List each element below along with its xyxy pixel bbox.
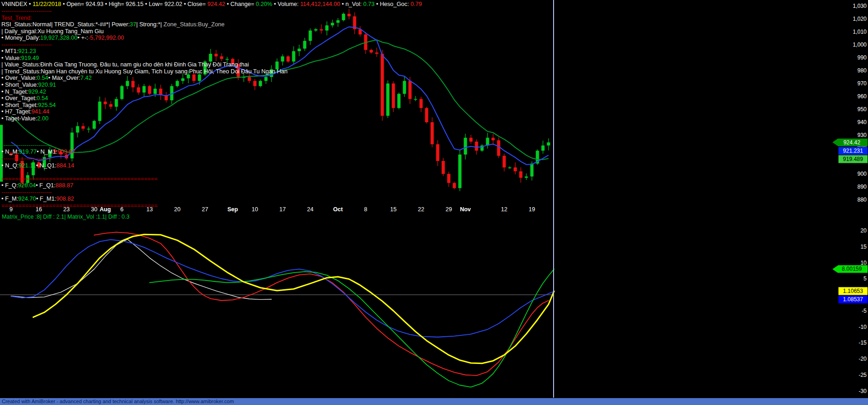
overlay-line <box>1 135 288 142</box>
overlay-line: • N_Taget:929.42 <box>1 89 288 95</box>
price-axis-label: 1,010 <box>853 29 867 35</box>
overlay-line: -------------------------- <box>1 8 288 15</box>
cursor-line <box>553 0 554 398</box>
indicator-axis-label: 10 <box>861 260 867 266</box>
overlay-line: Test_Trend: <box>1 15 288 22</box>
quote-info-segment: • Open= 924.93 • High= 926.15 • Low= 922… <box>61 1 208 7</box>
last-value-badge: 1.08537 <box>838 296 868 304</box>
quote-info-segment: VNINDEX <box>1 1 27 7</box>
osc-yellow-line <box>33 234 554 363</box>
price-axis-label: 1,020 <box>853 16 867 22</box>
date-label: 24 <box>307 206 313 213</box>
overlay-line: • N_M:919.77• N_M1:903.97 <box>1 149 288 155</box>
osc-blue-line <box>11 239 554 337</box>
osc-red-line <box>94 232 549 375</box>
quote-info-segment: • Heso_Goc: <box>374 1 410 7</box>
overlay-line: -------------------------- <box>1 42 288 48</box>
quote-info-segment: • Change= <box>225 1 256 7</box>
overlay-line: | Trend_Status:Ngan Han chuyên tu Xu Huo… <box>1 68 288 75</box>
overlay-line: • MT1:921.23 <box>1 48 288 55</box>
indicator-axis-label: 15 <box>861 244 867 250</box>
indicator-axis-label: -15 <box>859 339 867 346</box>
price-axis-label: 1,030 <box>853 3 867 9</box>
status-bar-text: Created with AmiBroker - advanced charti… <box>2 399 234 404</box>
date-label: Nov <box>460 206 471 213</box>
overlay-line: • F_M:924.70• F_M1:908.82 <box>1 196 288 202</box>
overlay-line: • N_Q:921.11• N_Q1:884.14 <box>1 162 288 169</box>
indicator-axis-label: -30 <box>859 388 867 394</box>
quote-info-segment: • Volume: <box>272 1 300 7</box>
price-axis-label: 970 <box>857 80 867 87</box>
overlay-line: • F_Q:926.04• F_Q1:888.87 <box>1 182 288 189</box>
last-value-badge: 1.10653 <box>838 287 868 295</box>
date-label: 12 <box>501 206 507 213</box>
overlay-line: • Money_Daily:19,927,328.00• +-:-5,792,9… <box>1 35 288 42</box>
indicator-axis-label: -20 <box>859 356 867 362</box>
date-label: 8 <box>364 206 368 213</box>
price-axis-label: 950 <box>857 106 867 113</box>
overlay-line: • H7_Taget:941.44 <box>1 108 288 115</box>
quote-info-segment: 0.79 <box>410 1 422 7</box>
date-label: 29 <box>446 206 452 213</box>
quote-info-segment: 0.20% <box>256 1 272 7</box>
indicator-text-overlay: --------------------------Test_Trend:RSI… <box>1 8 288 209</box>
overlay-line <box>1 129 288 136</box>
overlay-line: | Daily_singal:Xu Huong Tang_Nam Giu <box>1 28 288 35</box>
indicator-title: Matrix_Price :8| Diff : 2.1| Matrix_Vol … <box>2 214 129 220</box>
quote-info-bar: VNINDEX • 11/22/2018 • Open= 924.93 • Hi… <box>1 1 422 7</box>
price-axis-label: 900 <box>857 171 867 177</box>
overlay-line: ========================================… <box>1 176 288 183</box>
last-value-badge: 921.231 <box>838 147 868 155</box>
status-bar: Created with AmiBroker - advanced charti… <box>0 398 868 405</box>
price-axis-label: 990 <box>857 54 867 61</box>
indicator-axis-label: -5 <box>862 308 867 314</box>
quote-info-segment: 924.42 <box>207 1 225 7</box>
price-axis-label: 890 <box>857 184 867 190</box>
price-axis-label: 960 <box>857 93 867 100</box>
quote-info-segment: • n_Vol: <box>340 1 363 7</box>
price-axis-label: 930 <box>857 132 867 138</box>
overlay-line: -------------------------- <box>1 189 288 196</box>
price-axis-label: 880 <box>857 197 867 203</box>
quote-info-segment: 11/22/2018 <box>32 1 61 7</box>
quote-info-segment: 0.73 <box>363 1 375 7</box>
indicator-axis-label: 5 <box>863 275 867 282</box>
last-value-badge: 8.00159 <box>832 265 868 273</box>
indicator-axis-label: 20 <box>861 227 867 234</box>
overlay-line: • Over_Value:0.54• Max_Over:7.42 <box>1 75 288 82</box>
overlay-line: • Short_Value:920.91 <box>1 82 288 89</box>
date-label: 19 <box>529 206 535 213</box>
osc-green-line <box>150 269 554 387</box>
overlay-line <box>1 169 288 176</box>
indicator-axis-label: -10 <box>859 324 867 330</box>
osc-white-line <box>11 239 271 300</box>
overlay-line: ========================================… <box>1 202 288 209</box>
price-axis-label: 940 <box>857 119 867 125</box>
overlay-line: | Value_Status:Đinh Gia Tang Truong. Đâu… <box>1 61 288 68</box>
date-label: 15 <box>390 206 397 213</box>
overlay-line: • Over_Taget:0.54 <box>1 95 288 102</box>
price-axis-label: 980 <box>857 67 867 74</box>
overlay-line <box>1 122 288 129</box>
overlay-line: -------------------------- <box>1 155 288 162</box>
last-value-badge: 924.42 <box>832 138 868 146</box>
amibroker-window: VNINDEX • 11/22/2018 • Open= 924.93 • Hi… <box>0 0 868 405</box>
quote-info-segment: • <box>27 1 32 7</box>
last-value-badge: 919.489 <box>838 155 868 163</box>
overlay-line: • Taget-Value:2.00 <box>1 115 288 122</box>
date-label: 22 <box>418 206 424 213</box>
date-label: Oct <box>333 206 343 213</box>
overlay-line: -------------------------- <box>1 142 288 149</box>
price-axis-label: 1,000 <box>853 42 867 48</box>
quote-info-segment: 114,412,144.00 <box>300 1 340 7</box>
overlay-line: • Short_Taget:925.54 <box>1 102 288 109</box>
overlay-line: • Value:919.49 <box>1 55 288 62</box>
overlay-line: RSI_Status:Normal| TREND_Status:*-##*| P… <box>1 21 288 28</box>
indicator-axis-label: -25 <box>859 372 867 378</box>
